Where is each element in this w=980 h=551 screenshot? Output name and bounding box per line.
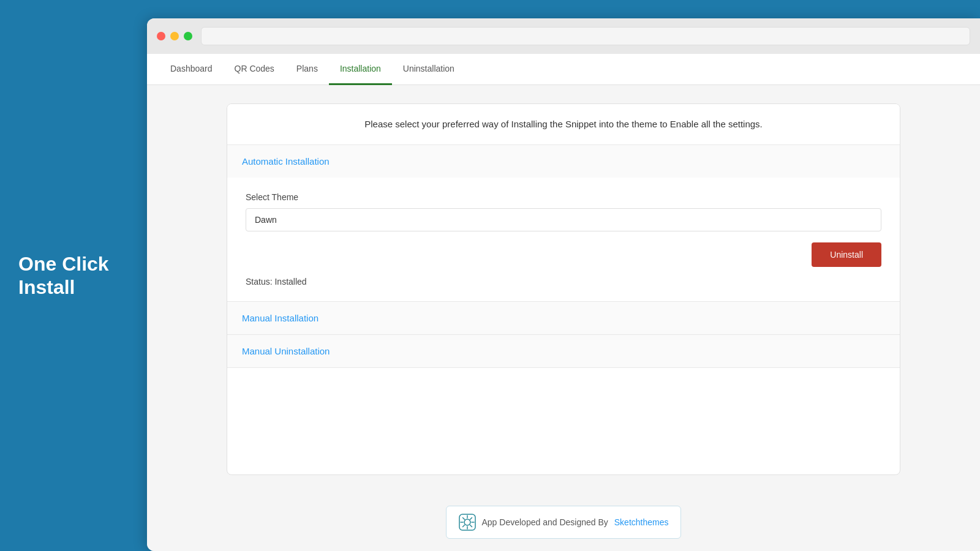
svg-line-9 xyxy=(462,525,464,527)
tab-plans[interactable]: Plans xyxy=(285,54,329,85)
footer-badge: App Developed and Designed By Sketchthem… xyxy=(446,506,682,539)
accordion-manual: Manual Installation xyxy=(227,302,900,335)
window-close-button[interactable] xyxy=(157,32,165,40)
svg-line-8 xyxy=(470,518,472,520)
card-header-text: Please select your preferred way of Inst… xyxy=(364,119,763,129)
accordion-manual-uninstall-header[interactable]: Manual Uninstallation xyxy=(227,335,900,367)
accordion-automatic-body: Select Theme Dawn Uninstall Status: Inst… xyxy=(227,178,900,301)
manual-installation-link[interactable]: Manual Installation xyxy=(242,313,318,323)
sidebar: One Click Install xyxy=(0,0,147,551)
automatic-installation-link[interactable]: Automatic Installation xyxy=(242,156,330,167)
window-maximize-button[interactable] xyxy=(184,32,192,40)
window-buttons xyxy=(157,32,192,40)
accordion-manual-header[interactable]: Manual Installation xyxy=(227,302,900,334)
sketchthemes-icon xyxy=(459,514,476,531)
manual-uninstallation-link[interactable]: Manual Uninstallation xyxy=(242,346,330,356)
card-header: Please select your preferred way of Inst… xyxy=(227,104,900,145)
accordion-automatic: Automatic Installation Select Theme Dawn… xyxy=(227,145,900,302)
svg-line-6 xyxy=(462,518,464,520)
browser-window: Dashboard QR Codes Plans Installation Un… xyxy=(147,18,980,551)
tab-qr-codes[interactable]: QR Codes xyxy=(224,54,285,85)
tab-uninstallation[interactable]: Uninstallation xyxy=(392,54,466,85)
sidebar-title: One Click Install xyxy=(18,252,109,299)
action-row: Uninstall xyxy=(246,242,881,267)
url-bar[interactable] xyxy=(201,27,970,45)
tab-installation[interactable]: Installation xyxy=(329,54,392,85)
window-minimize-button[interactable] xyxy=(170,32,179,40)
uninstall-button[interactable]: Uninstall xyxy=(812,242,881,267)
page-content: Please select your preferred way of Inst… xyxy=(147,85,980,493)
accordion-automatic-header[interactable]: Automatic Installation xyxy=(227,145,900,178)
select-theme-label: Select Theme xyxy=(246,192,881,202)
status-text: Status: Installed xyxy=(246,277,881,287)
tab-dashboard[interactable]: Dashboard xyxy=(159,54,224,85)
footer-text: App Developed and Designed By xyxy=(482,517,608,527)
footer-link[interactable]: Sketchthemes xyxy=(614,517,669,527)
content-card: Please select your preferred way of Inst… xyxy=(227,103,900,475)
svg-line-7 xyxy=(470,525,472,527)
accordion-manual-uninstall: Manual Uninstallation xyxy=(227,335,900,368)
browser-chrome xyxy=(147,18,980,54)
footer-area: App Developed and Designed By Sketchthem… xyxy=(147,493,980,551)
theme-select[interactable]: Dawn xyxy=(246,208,881,231)
nav-tabs: Dashboard QR Codes Plans Installation Un… xyxy=(147,54,980,85)
svg-point-1 xyxy=(464,519,470,525)
